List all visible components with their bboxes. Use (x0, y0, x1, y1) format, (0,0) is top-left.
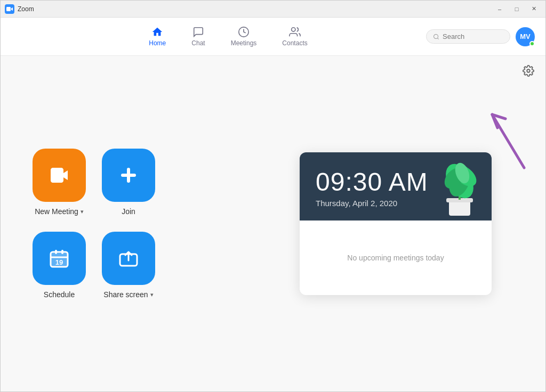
svg-text:19: 19 (55, 258, 63, 266)
join-action[interactable]: Join (102, 149, 155, 216)
svg-rect-11 (61, 250, 63, 254)
calendar-widget: 09:30 AM Thursday, April 2, 2020 (300, 152, 492, 295)
new-meeting-chevron: ▾ (81, 208, 84, 215)
join-plus-icon (116, 162, 141, 188)
join-icon-bg (102, 149, 155, 202)
zoom-logo-icon (5, 4, 14, 14)
new-meeting-action[interactable]: New Meeting ▾ (33, 149, 86, 216)
join-label: Join (122, 207, 135, 216)
svg-point-5 (527, 69, 530, 72)
tab-contacts[interactable]: Contacts (278, 24, 311, 49)
window-controls: – □ ✕ (492, 4, 541, 14)
avatar[interactable]: MV (516, 27, 535, 46)
tab-home-label: Home (149, 39, 166, 47)
tab-chat[interactable]: Chat (187, 24, 209, 49)
arrow-annotation (481, 104, 535, 173)
search-input[interactable] (443, 32, 503, 40)
new-meeting-label: New Meeting ▾ (35, 207, 84, 216)
main-content: New Meeting ▾ Join (1, 56, 545, 391)
schedule-label: Schedule (44, 290, 75, 299)
calendar-time: 09:30 AM (316, 167, 476, 197)
nav-bar: Home Chat Meetings Contacts (1, 18, 545, 56)
calendar-header: 09:30 AM Thursday, April 2, 2020 (300, 152, 492, 220)
share-screen-chevron: ▾ (150, 291, 154, 298)
search-icon (433, 33, 439, 40)
gear-icon (523, 65, 534, 77)
search-box[interactable] (426, 29, 510, 44)
close-button[interactable]: ✕ (526, 4, 541, 14)
home-icon (151, 26, 163, 38)
svg-rect-10 (55, 250, 57, 254)
avatar-initials: MV (520, 32, 531, 40)
chat-icon (192, 26, 204, 38)
action-row-1: New Meeting ▾ Join (33, 149, 155, 216)
contacts-icon (289, 26, 301, 38)
tab-meetings-label: Meetings (231, 39, 257, 47)
calendar-icon: 19 (46, 246, 72, 271)
meetings-icon (238, 26, 250, 38)
action-row-2: 19 Schedule Share screen ▾ (33, 232, 155, 299)
share-screen-label: Share screen ▾ (103, 290, 153, 299)
share-screen-action[interactable]: Share screen ▾ (102, 232, 155, 299)
tab-home[interactable]: Home (144, 24, 170, 49)
no-meetings-text: No upcoming meetings today (347, 254, 444, 262)
minimize-button[interactable]: – (492, 4, 507, 14)
tab-contacts-label: Contacts (282, 39, 307, 47)
svg-point-3 (434, 34, 438, 38)
app-title: Zoom (18, 5, 34, 13)
new-meeting-icon-bg (33, 149, 86, 202)
svg-line-4 (437, 38, 438, 39)
tab-meetings[interactable]: Meetings (227, 24, 261, 49)
share-screen-icon-bg (102, 232, 155, 285)
share-screen-icon (116, 246, 141, 271)
svg-rect-7 (121, 174, 136, 177)
tab-chat-label: Chat (191, 39, 205, 47)
title-bar-left: Zoom (5, 4, 34, 14)
svg-point-2 (292, 28, 295, 31)
schedule-icon-bg: 19 (33, 232, 86, 285)
settings-button[interactable] (520, 62, 537, 79)
maximize-button[interactable]: □ (509, 4, 524, 14)
avatar-status-dot (529, 41, 535, 46)
calendar-body: No upcoming meetings today (300, 220, 492, 295)
title-bar: Zoom – □ ✕ (1, 1, 545, 18)
nav-right: MV (426, 27, 535, 46)
video-camera-icon (46, 162, 72, 188)
calendar-date: Thursday, April 2, 2020 (316, 199, 476, 208)
schedule-action[interactable]: 19 Schedule (33, 232, 86, 299)
actions-panel: New Meeting ▾ Join (1, 56, 246, 391)
nav-tabs: Home Chat Meetings Contacts (30, 24, 426, 49)
